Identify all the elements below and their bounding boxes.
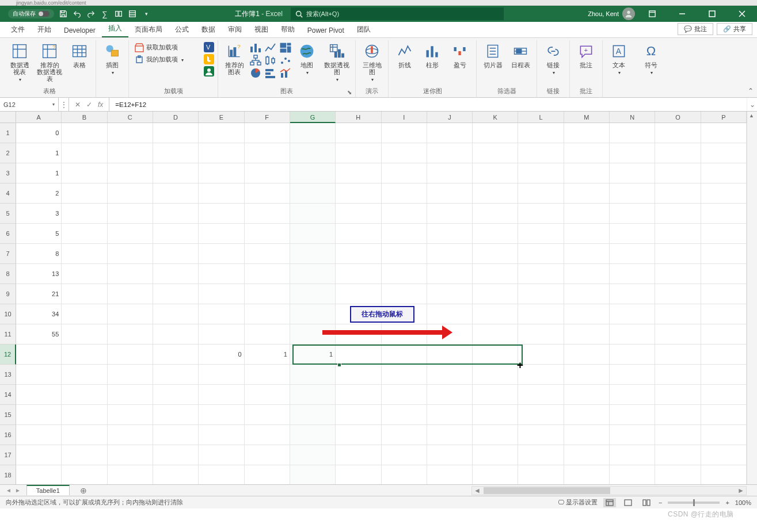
- link-button[interactable]: 链接▾: [541, 40, 566, 78]
- cell[interactable]: [427, 445, 473, 465]
- cell[interactable]: [610, 324, 655, 345]
- cell[interactable]: [655, 264, 701, 284]
- cell[interactable]: [336, 405, 381, 425]
- cell[interactable]: [427, 143, 473, 163]
- cell[interactable]: [701, 143, 747, 163]
- touch-mode-icon[interactable]: [114, 9, 123, 18]
- page-layout-view-icon[interactable]: [622, 498, 634, 507]
- column-header[interactable]: H: [336, 112, 381, 123]
- column-header[interactable]: B: [62, 112, 107, 123]
- cell[interactable]: [382, 445, 427, 465]
- cancel-formula-icon[interactable]: ✕: [75, 101, 81, 109]
- cell[interactable]: [290, 385, 336, 405]
- cell[interactable]: [290, 445, 336, 465]
- cell[interactable]: [153, 284, 199, 304]
- cell[interactable]: [62, 244, 107, 264]
- horizontal-scrollbar[interactable]: ◄ ►: [471, 486, 747, 495]
- cell[interactable]: [62, 183, 107, 204]
- cell[interactable]: [518, 385, 564, 405]
- cell[interactable]: [473, 385, 518, 405]
- cell[interactable]: [701, 345, 747, 365]
- cell[interactable]: [108, 345, 153, 365]
- cell[interactable]: [701, 324, 747, 345]
- cell[interactable]: [336, 365, 381, 385]
- cell[interactable]: 2: [16, 183, 62, 204]
- cell[interactable]: [336, 123, 381, 143]
- cell[interactable]: [199, 465, 244, 484]
- cell[interactable]: [610, 425, 655, 445]
- tab-team[interactable]: 团队: [351, 22, 377, 37]
- cell[interactable]: [62, 264, 107, 284]
- cell[interactable]: [382, 143, 427, 163]
- cell[interactable]: [153, 345, 199, 365]
- cell[interactable]: [564, 123, 610, 143]
- cell[interactable]: [518, 284, 564, 304]
- cell[interactable]: [382, 465, 427, 484]
- people-addin-icon[interactable]: [204, 66, 214, 76]
- cell[interactable]: [655, 365, 701, 385]
- cell[interactable]: [290, 284, 336, 304]
- cell[interactable]: [336, 465, 381, 484]
- cell[interactable]: [199, 385, 244, 405]
- cell[interactable]: [245, 143, 290, 163]
- expand-formula-bar-icon[interactable]: ⌄: [747, 98, 757, 111]
- cell[interactable]: [108, 183, 153, 204]
- cell[interactable]: [108, 445, 153, 465]
- cell[interactable]: [701, 204, 747, 224]
- column-header[interactable]: N: [610, 112, 655, 123]
- cell[interactable]: [16, 405, 62, 425]
- search-box[interactable]: 搜索(Alt+Q): [291, 7, 504, 20]
- cell[interactable]: [518, 304, 564, 324]
- cell[interactable]: [108, 264, 153, 284]
- cell[interactable]: [701, 284, 747, 304]
- cell[interactable]: [610, 304, 655, 324]
- cell[interactable]: [518, 163, 564, 183]
- cell[interactable]: [655, 445, 701, 465]
- cell[interactable]: [564, 244, 610, 264]
- row-header[interactable]: 17: [0, 445, 16, 465]
- cell[interactable]: [336, 183, 381, 204]
- cell[interactable]: 1: [290, 345, 336, 365]
- sheet-nav-prev-icon[interactable]: ◄: [6, 487, 12, 493]
- cell[interactable]: [701, 264, 747, 284]
- line-chart-icon[interactable]: [264, 42, 277, 53]
- cell[interactable]: [245, 183, 290, 204]
- tab-home[interactable]: 开始: [31, 22, 58, 37]
- cell[interactable]: [427, 163, 473, 183]
- tab-insert[interactable]: 插入: [102, 21, 128, 37]
- cell[interactable]: [701, 385, 747, 405]
- column-header[interactable]: G: [290, 112, 336, 123]
- tab-pagelayout[interactable]: 页面布局: [128, 22, 169, 37]
- cell[interactable]: [382, 284, 427, 304]
- my-addins-button[interactable]: 我的加载项▾: [132, 55, 201, 65]
- cell[interactable]: [427, 304, 473, 324]
- cell[interactable]: [153, 465, 199, 484]
- cell[interactable]: [199, 284, 244, 304]
- cell[interactable]: [701, 445, 747, 465]
- column-chart-icon[interactable]: [249, 42, 262, 53]
- cell[interactable]: [473, 284, 518, 304]
- cell[interactable]: [701, 224, 747, 244]
- row-header[interactable]: 8: [0, 264, 16, 284]
- tab-review[interactable]: 审阅: [222, 22, 248, 37]
- cell[interactable]: [564, 445, 610, 465]
- cell[interactable]: [199, 244, 244, 264]
- row-header[interactable]: 13: [0, 365, 16, 385]
- cell[interactable]: [564, 324, 610, 345]
- cell[interactable]: [382, 345, 427, 365]
- column-header[interactable]: C: [108, 112, 153, 123]
- name-box[interactable]: G12 ▾: [0, 98, 59, 111]
- cell[interactable]: [108, 425, 153, 445]
- cell[interactable]: [62, 385, 107, 405]
- cell[interactable]: [153, 244, 199, 264]
- cell[interactable]: [610, 365, 655, 385]
- cell[interactable]: [701, 465, 747, 484]
- cell[interactable]: [62, 204, 107, 224]
- cell[interactable]: [610, 204, 655, 224]
- cell[interactable]: [655, 163, 701, 183]
- add-sheet-button[interactable]: ⊕: [78, 486, 89, 495]
- cell[interactable]: [655, 224, 701, 244]
- row-header[interactable]: 18: [0, 465, 16, 484]
- cell[interactable]: [382, 123, 427, 143]
- cell[interactable]: [108, 405, 153, 425]
